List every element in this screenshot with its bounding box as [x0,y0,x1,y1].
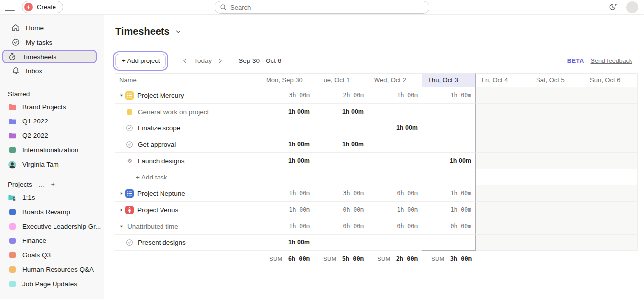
time-cell[interactable] [530,153,584,169]
row-name-project-venus[interactable]: Project Venus [115,202,260,218]
project-item-job-page-updates[interactable]: Job Page Updates [0,277,104,291]
time-cell[interactable]: 1h 00m [260,218,314,235]
time-cell[interactable] [476,120,530,136]
previous-week-icon[interactable] [181,57,189,65]
time-cell[interactable]: 0h 00m [314,218,368,235]
time-cell[interactable]: 0h 00m [422,218,476,235]
row-name-general-work-on-project[interactable]: General work on project [115,104,260,120]
time-cell[interactable]: 1h 00m [260,235,314,251]
sidebar-item-timesheets[interactable]: Timesheets [2,50,97,63]
time-cell[interactable] [584,153,638,169]
starred-item-q2-2022[interactable]: Q2 2022 [0,128,104,143]
time-cell[interactable] [584,104,638,120]
create-button[interactable]: + Create [22,1,63,13]
do-not-disturb-icon[interactable]: z [609,3,618,12]
time-cell[interactable]: 0h 00m [368,218,422,235]
time-cell[interactable] [314,153,368,169]
caret-down-icon[interactable] [118,224,125,229]
title-chevron-down-icon[interactable] [175,28,182,35]
today-button[interactable]: Today [194,57,212,64]
time-cell[interactable] [314,235,368,251]
caret-down-icon[interactable] [118,93,125,98]
project-item-goals-q3[interactable]: Goals Q3 [0,248,104,262]
time-cell[interactable] [476,235,530,251]
time-cell[interactable] [260,120,314,136]
project-item-boards-revamp[interactable]: Boards Revamp [0,205,104,219]
row-name-present-designs[interactable]: Present designs [115,235,260,251]
time-cell[interactable] [530,235,584,251]
time-cell[interactable] [422,120,476,136]
time-cell[interactable]: 0h 00m [314,202,368,218]
time-cell[interactable]: 3h 00m [314,185,368,202]
time-cell[interactable] [584,202,638,218]
add-project-button[interactable]: + Add project [115,54,166,68]
time-cell[interactable] [530,218,584,235]
time-cell[interactable]: 1h 00m [422,87,476,104]
time-cell[interactable] [476,185,530,202]
row-name-project-neptune[interactable]: Project Neptune [115,185,260,202]
time-cell[interactable] [584,169,638,185]
time-cell[interactable]: 1h 00m [368,120,422,136]
time-cell[interactable]: 1h 00m [314,104,368,120]
projects-add-icon[interactable]: + [51,180,55,188]
time-cell[interactable] [368,153,422,169]
row-name-finalize-scope[interactable]: Finalize scope [115,120,260,136]
time-cell[interactable] [368,235,422,251]
user-avatar[interactable] [626,1,638,13]
time-cell[interactable] [530,87,584,104]
time-cell[interactable]: 3h 00m [260,87,314,104]
starred-item-brand-projects[interactable]: Brand Projects [0,100,104,114]
time-cell[interactable] [368,104,422,120]
time-cell[interactable] [476,202,530,218]
time-cell[interactable] [422,104,476,120]
caret-right-icon[interactable] [118,191,125,196]
project-item-1-1s[interactable]: 1:1s [0,190,104,205]
search-input[interactable] [230,4,424,11]
time-cell[interactable] [422,169,476,185]
time-cell[interactable] [530,185,584,202]
time-cell[interactable]: 1h 00m [260,185,314,202]
time-cell[interactable] [584,120,638,136]
starred-item-internationalization[interactable]: Internationalization [0,143,104,157]
time-cell[interactable]: 1h 00m [260,153,314,169]
time-cell[interactable] [584,136,638,153]
time-cell[interactable]: 1h 00m [260,136,314,153]
time-cell[interactable] [584,235,638,251]
project-item-finance[interactable]: Finance [0,234,104,248]
time-cell[interactable]: 0h 00m [368,185,422,202]
time-cell[interactable] [530,104,584,120]
time-cell[interactable] [422,235,476,251]
time-cell[interactable] [530,136,584,153]
projects-more-icon[interactable]: … [38,180,45,188]
time-cell[interactable]: 1h 00m [422,202,476,218]
time-cell[interactable] [476,87,530,104]
sidebar-item-home[interactable]: Home [2,21,97,35]
sidebar-item-inbox[interactable]: Inbox [2,64,97,78]
time-cell[interactable]: 1h 00m [314,136,368,153]
time-cell[interactable] [476,136,530,153]
time-cell[interactable] [314,169,368,185]
time-cell[interactable] [260,169,314,185]
time-cell[interactable] [422,136,476,153]
time-cell[interactable]: 1h 00m [422,153,476,169]
time-cell[interactable] [476,104,530,120]
time-cell[interactable] [476,169,530,185]
project-item-human-resources-q-a[interactable]: Human Resources Q&A [0,262,104,277]
next-week-icon[interactable] [216,57,224,65]
time-cell[interactable]: 1h 00m [368,202,422,218]
starred-item-virginia-tam[interactable]: Virginia Tam [0,157,104,172]
time-cell[interactable] [530,120,584,136]
time-cell[interactable]: 1h 00m [260,202,314,218]
time-cell[interactable] [368,169,422,185]
project-item-executive-leadership-gr-[interactable]: Executive Leadership Gr... [0,219,104,234]
time-cell[interactable]: 1h 00m [260,104,314,120]
time-cell[interactable] [584,218,638,235]
time-cell[interactable] [314,120,368,136]
time-cell[interactable]: 1h 00m [422,185,476,202]
time-cell[interactable] [584,87,638,104]
time-cell[interactable] [584,185,638,202]
sidebar-item-my-tasks[interactable]: My tasks [2,35,97,49]
row-name-launch-designs[interactable]: Launch designs [115,153,260,169]
caret-right-icon[interactable] [118,207,125,213]
row-name-unattributed-time[interactable]: Unattributed time [115,218,260,235]
